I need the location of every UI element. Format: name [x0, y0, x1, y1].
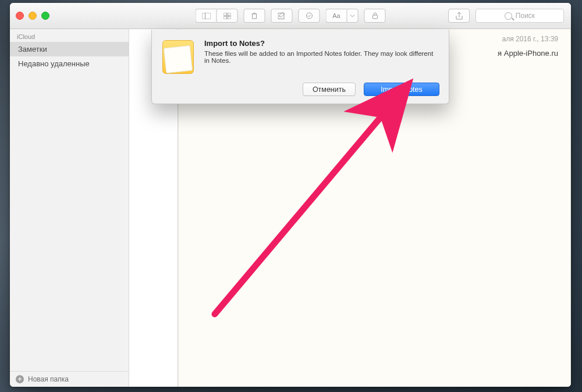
list-view-button[interactable]: [196, 9, 217, 23]
lock-button[interactable]: [364, 9, 386, 23]
grid-view-button[interactable]: [217, 9, 238, 23]
checklist-button[interactable]: [299, 9, 320, 23]
toolbar: Aa: [196, 9, 386, 23]
close-icon[interactable]: [16, 12, 24, 20]
import-dialog: Import to Notes? These files will be add…: [151, 30, 449, 104]
svg-rect-3: [228, 13, 230, 16]
note-body-text: я Apple-iPhone.ru: [498, 49, 558, 58]
cancel-button-label: Отменить: [313, 85, 346, 94]
minimize-icon[interactable]: [29, 12, 37, 20]
svg-rect-0: [202, 13, 210, 19]
dialog-title: Import to Notes?: [204, 39, 438, 48]
format-segment: Aa: [326, 9, 359, 23]
svg-rect-4: [223, 16, 226, 19]
zoom-icon[interactable]: [41, 12, 49, 20]
import-button-label: Import Notes: [381, 85, 423, 94]
dialog-message: These files will be added to an Imported…: [204, 50, 433, 64]
notes-window: Aa Поиск: [10, 3, 571, 387]
sidebar: iCloud Заметки Недавно удаленные + Новая…: [10, 29, 129, 387]
delete-button[interactable]: [244, 9, 265, 23]
search-placeholder: Поиск: [516, 12, 535, 20]
share-button[interactable]: [448, 9, 470, 23]
new-note-button[interactable]: [271, 9, 293, 23]
view-mode-segment: [196, 9, 238, 23]
sidebar-item-label: Заметки: [18, 45, 47, 54]
sidebar-new-folder[interactable]: + Новая папка: [10, 371, 129, 387]
window-controls: [16, 12, 49, 20]
search-field[interactable]: Поиск: [475, 9, 564, 23]
sidebar-item-recently-deleted[interactable]: Недавно удаленные: [10, 56, 129, 71]
sidebar-item-label: Недавно удаленные: [18, 59, 90, 68]
import-notes-button[interactable]: Import Notes: [364, 83, 439, 96]
sidebar-item-notes[interactable]: Заметки: [10, 42, 129, 56]
notes-app-icon: [162, 40, 194, 74]
svg-rect-5: [228, 16, 230, 19]
dialog-buttons: Отменить Import Notes: [303, 83, 439, 96]
search-icon: [505, 12, 512, 20]
svg-rect-2: [223, 13, 226, 16]
sidebar-section-header: iCloud: [10, 29, 129, 42]
svg-point-7: [306, 13, 312, 19]
titlebar: Aa Поиск: [10, 3, 571, 29]
cancel-button[interactable]: Отменить: [303, 83, 356, 96]
font-style-button[interactable]: Aa: [326, 9, 347, 23]
svg-rect-8: [372, 15, 377, 19]
note-timestamp: аля 2016 г., 13:39: [502, 35, 558, 43]
font-style-chevron[interactable]: [347, 9, 359, 23]
desktop-background: Aa Поиск: [0, 0, 582, 392]
plus-icon: +: [16, 375, 24, 383]
new-folder-label: Новая папка: [28, 375, 69, 383]
toolbar-right: Поиск: [448, 9, 564, 23]
